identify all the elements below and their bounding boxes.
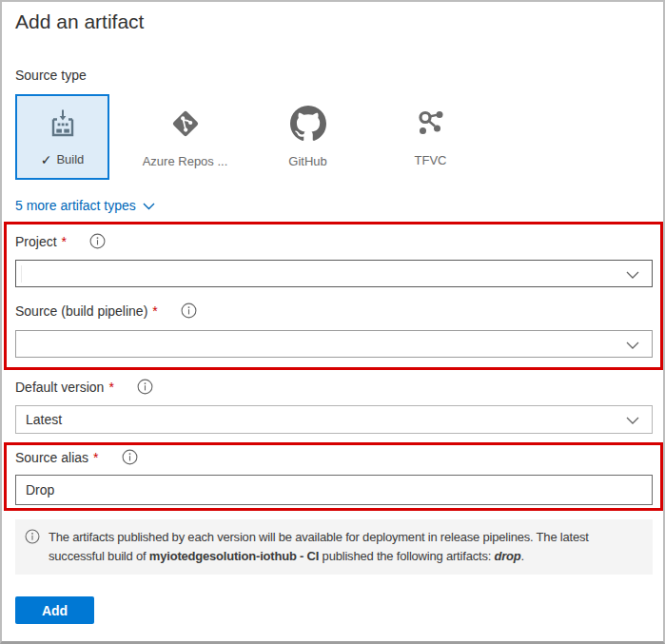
tile-azure-repos-label: Azure Repos ... <box>143 154 228 168</box>
chevron-down-icon <box>626 266 639 282</box>
artifact-name: drop <box>495 549 521 563</box>
default-version-dropdown-value: Latest <box>26 412 62 427</box>
tile-build[interactable]: ✓ Build <box>15 94 109 180</box>
info-icon[interactable] <box>122 449 138 465</box>
required-asterisk: * <box>62 234 67 249</box>
required-asterisk: * <box>152 303 157 319</box>
source-alias-label: Source alias * <box>15 449 138 465</box>
chevron-down-icon <box>626 337 639 352</box>
build-icon <box>47 107 79 144</box>
more-artifact-types-link[interactable]: 5 more artifact types <box>15 198 155 213</box>
required-asterisk: * <box>93 450 98 465</box>
info-icon <box>25 529 40 575</box>
tile-build-label: ✓ Build <box>41 152 85 167</box>
default-version-dropdown[interactable]: Latest <box>15 405 653 434</box>
project-label: Project * <box>15 233 106 249</box>
info-icon[interactable] <box>89 233 106 249</box>
source-alias-input[interactable] <box>15 475 653 505</box>
azure-repos-icon <box>167 106 204 146</box>
add-artifact-panel: Add an artifact Source type ✓ Build <box>0 0 665 644</box>
chevron-down-icon <box>143 198 155 213</box>
add-button[interactable]: Add <box>15 596 94 624</box>
tile-tfvc-label: TFVC <box>415 153 447 167</box>
info-icon[interactable] <box>181 302 197 319</box>
artifact-info-note-text: The artifacts published by each version … <box>49 528 641 575</box>
project-dropdown[interactable] <box>15 260 653 287</box>
default-version-label: Default version * <box>15 379 153 395</box>
chevron-down-icon <box>626 412 639 427</box>
source-build-pipeline-dropdown[interactable] <box>15 330 653 358</box>
source-type-label: Source type <box>15 68 87 83</box>
text-caret <box>21 265 22 283</box>
check-icon: ✓ <box>41 152 52 167</box>
github-icon <box>290 106 326 146</box>
build-name: myiotedgesolution-iothub - CI <box>149 549 319 563</box>
source-build-pipeline-label: Source (build pipeline) * <box>15 302 197 319</box>
tile-tfvc[interactable]: TFVC <box>383 94 478 180</box>
source-type-tiles: ✓ Build Azure Repos ... <box>15 94 478 180</box>
artifact-info-note: The artifacts published by each version … <box>15 519 653 575</box>
tfvc-icon <box>414 107 448 145</box>
required-asterisk: * <box>108 380 113 395</box>
page-title: Add an artifact <box>15 10 144 33</box>
tile-azure-repos[interactable]: Azure Repos ... <box>138 94 232 180</box>
tile-github-label: GitHub <box>288 154 326 168</box>
info-icon[interactable] <box>137 379 153 395</box>
tile-github[interactable]: GitHub <box>261 94 355 180</box>
